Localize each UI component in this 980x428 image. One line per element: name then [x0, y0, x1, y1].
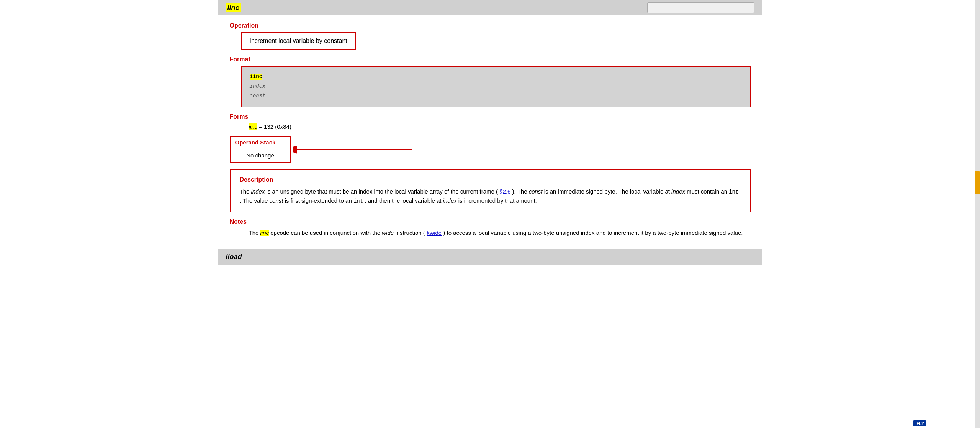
desc-text-7: , and then the local variable at: [365, 197, 443, 204]
desc-the: The: [240, 188, 251, 195]
scrollbar-thumb[interactable]: [975, 171, 980, 194]
arrow-container: [293, 142, 416, 157]
desc-index-2: index: [671, 188, 685, 195]
notes-content: The iinc opcode can be used in conjuncti…: [249, 228, 751, 238]
desc-const-2: const: [270, 197, 283, 204]
format-block: iinc index const: [241, 66, 751, 107]
forms-content: iinc = 132 (0x84): [249, 123, 751, 130]
operation-label: Operation: [230, 22, 762, 29]
notes-text: The iinc opcode can be used in conjuncti…: [249, 228, 751, 238]
forms-label: Forms: [230, 113, 762, 120]
notes-iinc: iinc: [260, 230, 269, 236]
desc-text-2: ). The: [512, 188, 529, 195]
format-line-1: iinc: [250, 72, 742, 82]
notes-text-1: opcode can be used in conjunction with t…: [270, 230, 382, 236]
desc-text-8: is incremented by that amount.: [458, 197, 537, 204]
desc-int-2: int: [353, 198, 363, 204]
desc-text-4: must contain an: [687, 188, 729, 195]
desc-index-1: index: [251, 188, 265, 195]
format-index: index: [250, 83, 266, 89]
forms-equals: = 132 (0x84): [259, 123, 291, 130]
notes-text-2: instruction (: [395, 230, 425, 236]
notes-the: The: [249, 230, 260, 236]
operation-box: Increment local variable by constant: [241, 32, 356, 50]
desc-text-5: . The value: [240, 197, 270, 204]
desc-text-1: is an unsigned byte that must be an inde…: [267, 188, 498, 195]
format-iinc: iinc: [250, 74, 263, 80]
desc-int-1: int: [729, 189, 738, 195]
operand-stack-content: No change: [231, 148, 290, 162]
description-text: The index is an unsigned byte that must …: [240, 187, 741, 206]
description-box: Description The index is an unsigned byt…: [230, 169, 751, 213]
desc-link-26[interactable]: §2.6: [499, 188, 510, 195]
footer-bar: iload: [218, 249, 762, 265]
forms-iinc: iinc: [249, 123, 258, 130]
operand-stack-label: Operand Stack: [231, 137, 290, 148]
notes-wide-link[interactable]: §wide: [427, 230, 442, 236]
format-line-2: index: [250, 82, 742, 91]
page-title: iinc: [226, 3, 241, 12]
desc-text-3: is an immediate signed byte. The local v…: [544, 188, 671, 195]
format-const: const: [250, 93, 266, 99]
desc-text-6: is first sign-extended to an: [285, 197, 353, 204]
notes-label: Notes: [230, 218, 762, 225]
operation-text: Increment local variable by constant: [250, 38, 347, 44]
desc-index-3: index: [443, 197, 457, 204]
footer-title: iload: [226, 253, 242, 261]
notes-wide: wide: [382, 230, 394, 236]
format-label: Format: [230, 56, 762, 63]
header-bar: iinc: [218, 0, 762, 15]
operand-stack-box: Operand Stack No change: [230, 136, 291, 163]
notes-text-3: ) to access a local variable using a two…: [443, 230, 743, 236]
search-input[interactable]: [647, 2, 754, 13]
format-line-3: const: [250, 91, 742, 101]
desc-const-1: const: [529, 188, 543, 195]
arrow-svg: [293, 142, 416, 157]
description-label: Description: [240, 176, 741, 183]
scrollbar-track[interactable]: [975, 0, 980, 280]
